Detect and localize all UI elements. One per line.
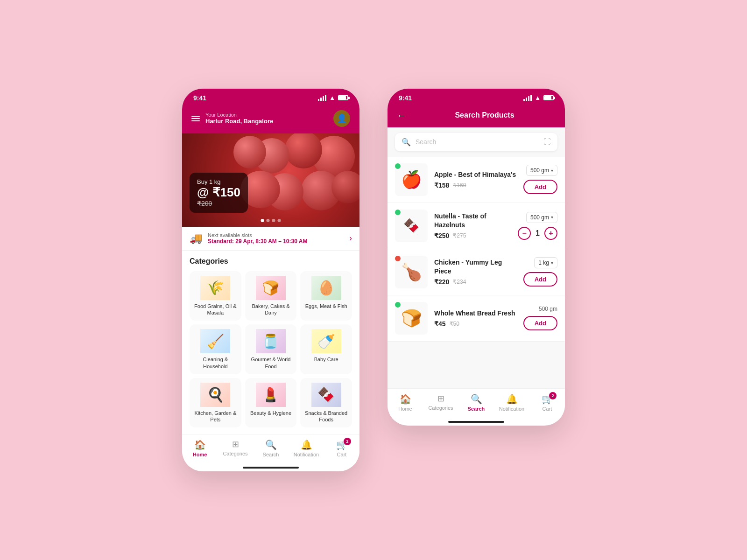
menu-button[interactable]	[191, 114, 200, 123]
home-nav-search[interactable]: 🔍 Search	[253, 439, 289, 457]
product-pricing-nutella: ₹250 ₹275	[434, 232, 511, 239]
home-nav-cart-label: Cart	[337, 452, 347, 457]
qty-controls-nutella: − 1 +	[518, 227, 557, 240]
home-nav-categories-label: Categories	[223, 451, 247, 456]
home-status-time: 9:41	[193, 94, 206, 102]
search-nav-icon: 🔍	[265, 439, 277, 450]
search-screen-title: Search Products	[414, 111, 556, 119]
category-img-gourmet: 🫙	[256, 329, 286, 353]
product-pricing-bread: ₹45 ₹50	[434, 320, 517, 328]
search-bar-container: 🔍 Search ⛶	[388, 127, 565, 157]
home-status-bar: 9:41 ▲	[182, 89, 359, 105]
category-label-eggs: Eggs, Meat & Fish	[305, 303, 347, 309]
search-bar-icon: 🔍	[402, 138, 411, 147]
location-value: Harlur Road, Bangalore	[205, 118, 273, 125]
product-price-nutella: ₹250	[434, 232, 449, 239]
home-nav-notification[interactable]: 🔔 Notification	[289, 439, 324, 457]
product-image-nutella: 🍫	[395, 210, 428, 242]
product-pricing-apple: ₹158 ₹160	[434, 182, 517, 189]
weight-selector-apple[interactable]: 500 gm ▾	[526, 165, 557, 176]
category-item-snacks[interactable]: 🍫 Snacks & Branded Foods	[300, 378, 352, 428]
search-nav-notification-label: Notification	[499, 406, 524, 412]
product-action-nutella: 500 gm ▾ − 1 +	[518, 212, 557, 240]
qty-decrease-nutella[interactable]: −	[518, 227, 531, 240]
home-nav-notification-label: Notification	[294, 452, 319, 457]
category-item-food-grains[interactable]: 🌾 Food Grains, Oil & Masala	[190, 271, 241, 321]
home-nav-home-label: Home	[193, 452, 207, 457]
category-label-bakery: Bakery, Cakes & Dairy	[248, 303, 294, 316]
category-label-beauty: Beauty & Hygiene	[250, 410, 291, 416]
weight-selector-nutella[interactable]: 500 gm ▾	[526, 212, 557, 223]
category-item-beauty[interactable]: 💄 Beauty & Hygiene	[245, 378, 297, 428]
empty-space	[388, 342, 565, 388]
home-indicator	[243, 467, 299, 469]
location-label: Your Location	[205, 112, 273, 118]
weight-selector-chicken[interactable]: 1 kg ▾	[534, 257, 557, 268]
search-nav-cart-label: Cart	[543, 406, 552, 412]
add-button-chicken[interactable]: Add	[523, 272, 557, 287]
product-details-apple: Apple - Best of Himalaya's ₹158 ₹160	[434, 170, 517, 189]
search-nav-search[interactable]: 🔍 Search	[458, 393, 494, 412]
search-nav-search-label: Search	[468, 406, 485, 412]
home-icon: 🏠	[194, 439, 206, 450]
product-name-bread: Whole Wheat Bread Fresh	[434, 309, 517, 317]
add-button-bread[interactable]: Add	[523, 316, 557, 330]
home-nav-home[interactable]: 🏠 Home	[182, 439, 218, 457]
qty-value-nutella: 1	[536, 229, 540, 238]
promo-banner[interactable]: Buy 1 kg @ ₹150 ₹200	[182, 133, 359, 227]
search-screen-search-icon: 🔍	[471, 393, 482, 405]
product-image-apple: 🍎	[395, 163, 428, 196]
product-name-chicken: Chicken - Yummy Leg Piece	[434, 258, 517, 275]
search-nav-categories[interactable]: ⊞ Categories	[423, 393, 458, 412]
product-details-nutella: Nutella - Taste of Hazelnuts ₹250 ₹275	[434, 212, 511, 239]
category-img-cleaning: 🧹	[200, 329, 230, 353]
home-nav-cart[interactable]: 🛒 2 Cart	[324, 439, 359, 457]
search-nav-home-label: Home	[398, 406, 412, 412]
category-item-eggs[interactable]: 🥚 Eggs, Meat & Fish	[300, 271, 352, 321]
product-status-nutella	[395, 210, 401, 215]
category-label-kitchen: Kitchen, Garden & Pets	[192, 410, 239, 423]
search-input[interactable]: Search	[416, 138, 539, 146]
home-nav-search-label: Search	[263, 452, 279, 457]
product-name-nutella: Nutella - Taste of Hazelnuts	[434, 212, 511, 229]
weight-chevron-chicken: ▾	[551, 260, 553, 266]
search-nav-notification[interactable]: 🔔 Notification	[494, 393, 529, 412]
category-img-bakery: 🍞	[256, 276, 286, 300]
category-item-gourmet[interactable]: 🫙 Gourmet & World Food	[245, 324, 297, 374]
qty-increase-nutella[interactable]: +	[544, 227, 557, 240]
category-img-eggs: 🥚	[311, 276, 341, 300]
home-nav-categories[interactable]: ⊞ Categories	[218, 439, 253, 457]
category-item-cleaning[interactable]: 🧹 Cleaning & Household	[190, 324, 241, 374]
product-original-price-chicken: ₹234	[453, 279, 466, 285]
search-home-indicator	[448, 421, 504, 423]
search-signal-icon	[523, 95, 532, 101]
product-img-wrapper-nutella: 🍫	[395, 210, 428, 242]
user-avatar[interactable]: 👤	[333, 110, 350, 127]
search-screen-home-icon: 🏠	[400, 393, 411, 405]
category-img-kitchen: 🍳	[200, 383, 230, 407]
category-item-kitchen[interactable]: 🍳 Kitchen, Garden & Pets	[190, 378, 241, 428]
slot-info: Next available slots Standard: 29 Apr, 8…	[208, 232, 307, 245]
back-button[interactable]: ←	[397, 110, 406, 121]
add-button-apple[interactable]: Add	[523, 180, 557, 194]
search-bar[interactable]: 🔍 Search ⛶	[395, 133, 557, 151]
signal-icon	[318, 95, 326, 101]
product-price-chicken: ₹220	[434, 278, 449, 286]
search-nav-cart[interactable]: 🛒 2 Cart	[529, 393, 565, 412]
home-bottom-nav: 🏠 Home ⊞ Categories 🔍 Search 🔔 Notificat…	[182, 434, 359, 467]
search-nav-home[interactable]: 🏠 Home	[388, 393, 423, 412]
product-img-wrapper-chicken: 🍗	[395, 256, 428, 288]
category-grid: 🌾 Food Grains, Oil & Masala 🍞 Bakery, Ca…	[190, 271, 352, 428]
banner-text: Buy 1 kg @ ₹150 ₹200	[190, 173, 248, 213]
delivery-slot[interactable]: 🚚 Next available slots Standard: 29 Apr,…	[182, 227, 359, 251]
product-status-chicken	[395, 256, 401, 261]
product-item-nutella: 🍫 Nutella - Taste of Hazelnuts ₹250 ₹275…	[388, 203, 565, 249]
banner-buy-text: Buy 1 kg	[197, 178, 240, 185]
search-wifi-icon: ▲	[535, 94, 541, 101]
search-cart-badge: 2	[549, 392, 557, 399]
product-status-apple	[395, 163, 401, 169]
category-item-baby[interactable]: 🍼 Baby Care	[300, 324, 352, 374]
banner-price-old: ₹200	[197, 200, 240, 207]
product-img-wrapper-bread: 🍞	[395, 302, 428, 335]
category-item-bakery[interactable]: 🍞 Bakery, Cakes & Dairy	[245, 271, 297, 321]
